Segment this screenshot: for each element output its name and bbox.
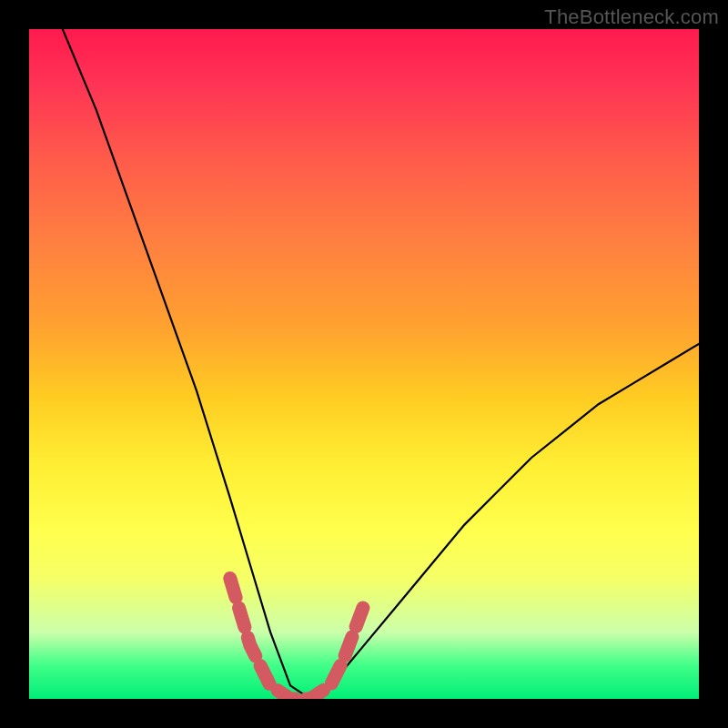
- chart-svg: [29, 29, 699, 699]
- plot-gradient-background: [29, 29, 699, 699]
- watermark-text: TheBottleneck.com: [544, 5, 719, 29]
- bottleneck-curve: [63, 29, 699, 699]
- bottom-highlight: [230, 579, 364, 700]
